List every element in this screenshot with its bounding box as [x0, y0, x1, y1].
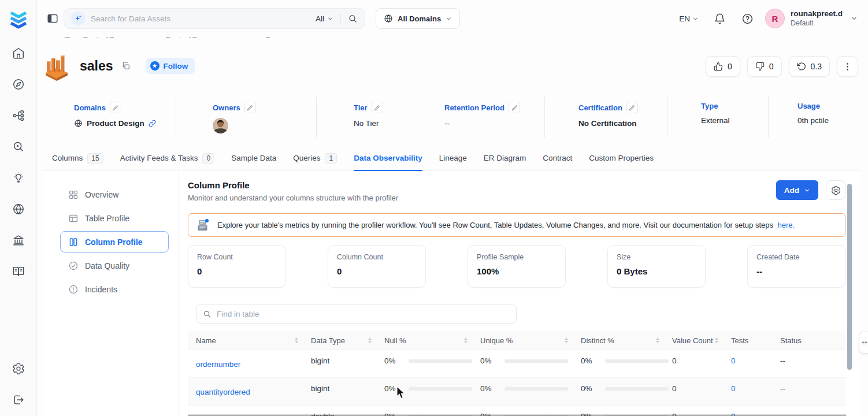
- help-icon[interactable]: [741, 13, 754, 25]
- domains-globe-icon[interactable]: [12, 203, 25, 216]
- retention-value: --: [444, 119, 450, 128]
- search-icon[interactable]: [348, 14, 358, 24]
- all-domains-label: All Domains: [398, 14, 441, 23]
- tab-activity-feeds[interactable]: Activity Feeds & Tasks 0: [120, 146, 214, 170]
- logout-icon[interactable]: [12, 393, 25, 406]
- right-panel-handle[interactable]: [859, 332, 868, 354]
- insights-lightbulb-icon[interactable]: [12, 172, 25, 184]
- all-domains-dropdown[interactable]: All Domains: [376, 8, 460, 29]
- sort-icon[interactable]: [368, 337, 372, 343]
- search-input[interactable]: [91, 14, 316, 23]
- tab-custom-properties[interactable]: Custom Properties: [589, 146, 654, 170]
- follow-button[interactable]: ★ Follow: [146, 58, 195, 74]
- downvote-button[interactable]: 0: [747, 56, 782, 77]
- col-header-value-count[interactable]: Value Count: [672, 336, 731, 345]
- add-button[interactable]: Add: [776, 180, 818, 200]
- search-scope-dropdown[interactable]: All: [316, 14, 341, 23]
- table-icon: [68, 213, 79, 224]
- subnav-table-profile[interactable]: Table Profile: [60, 207, 169, 229]
- notifications-bell-icon[interactable]: [714, 13, 726, 25]
- type-value: External: [701, 116, 730, 125]
- settings-gear-icon[interactable]: [12, 362, 25, 375]
- meta-tier: Tier No Tier: [317, 97, 410, 138]
- tab-contract[interactable]: Contract: [543, 146, 572, 170]
- copy-name-icon[interactable]: [121, 61, 131, 70]
- version-number: 0.3: [811, 62, 822, 71]
- user-avatar[interactable]: R: [765, 9, 785, 28]
- find-in-table-search[interactable]: [196, 304, 517, 324]
- chevron-down-icon: [804, 187, 810, 194]
- user-info[interactable]: rounakpreet.d Default: [791, 9, 843, 28]
- tab-columns[interactable]: Columns 15: [52, 146, 103, 170]
- panel-title: Column Profile: [188, 180, 398, 190]
- check-circle-icon: [68, 261, 79, 271]
- upvote-button[interactable]: 0: [706, 56, 740, 77]
- sort-icon[interactable]: [656, 337, 659, 343]
- home-icon[interactable]: [12, 47, 25, 60]
- cell-tests-link[interactable]: 0: [731, 350, 780, 365]
- edit-tier-icon[interactable]: [372, 102, 383, 113]
- entity-header: sales ★ Follow: [42, 51, 195, 81]
- explore-compass-icon[interactable]: [12, 78, 25, 91]
- cell-unique-pct: 0%: [480, 378, 581, 393]
- version-button[interactable]: 0.3: [789, 56, 830, 77]
- column-name-link[interactable]: quantityordered: [196, 388, 250, 396]
- chevron-down-icon[interactable]: [851, 15, 858, 22]
- cell-distinct-pct: 0%: [581, 350, 672, 365]
- globe-icon: [384, 14, 393, 23]
- ai-sparkle-icon[interactable]: [71, 12, 85, 25]
- cell-null-pct: 0%: [384, 350, 480, 365]
- sort-icon[interactable]: [464, 337, 468, 343]
- documentation-link[interactable]: here.: [778, 221, 795, 229]
- subnav-overview[interactable]: Overview: [60, 184, 169, 205]
- cell-tests-link[interactable]: 0: [731, 378, 780, 393]
- observability-search-eye-icon[interactable]: [12, 140, 25, 153]
- tab-sample-data[interactable]: Sample Data: [231, 146, 276, 170]
- tab-count-badge: 15: [87, 153, 103, 164]
- cell-status: --: [780, 350, 845, 365]
- find-in-table-input[interactable]: [217, 310, 510, 318]
- col-header-distinct-pct[interactable]: Distinct %: [581, 336, 672, 345]
- tab-queries[interactable]: Queries 1: [293, 146, 337, 170]
- col-header-name[interactable]: Name: [196, 336, 311, 345]
- cell-value-count: 0: [672, 378, 731, 393]
- owner-avatar[interactable]: [213, 118, 228, 133]
- sidebar-toggle-icon[interactable]: [46, 12, 59, 25]
- edit-owners-icon[interactable]: [244, 102, 256, 113]
- profiler-settings-button[interactable]: [826, 180, 845, 200]
- subnav-column-profile[interactable]: Column Profile: [60, 231, 169, 252]
- more-options-kebab-icon[interactable]: [837, 56, 858, 77]
- col-header-data-type[interactable]: Data Type: [311, 336, 384, 345]
- language-dropdown[interactable]: EN: [679, 14, 699, 23]
- entity-meta-strip: Domains Product Design Owners Tier No Ti…: [43, 97, 859, 138]
- domains-value[interactable]: Product Design: [87, 119, 144, 128]
- tab-data-observability[interactable]: Data Observability: [354, 146, 422, 170]
- tab-er-diagram[interactable]: ER Diagram: [484, 146, 526, 170]
- governance-bank-icon[interactable]: [12, 234, 25, 247]
- edit-certification-icon[interactable]: [626, 102, 638, 113]
- entity-actions: 0 0 0.3: [706, 56, 858, 77]
- certification-value: No Certification: [578, 119, 637, 128]
- rail-bottom: [12, 362, 25, 406]
- vertical-scrollbar[interactable]: [847, 184, 852, 370]
- tier-value: No Tier: [354, 119, 379, 128]
- app-logo-icon[interactable]: [8, 8, 29, 29]
- col-header-null-pct[interactable]: Null %: [384, 336, 480, 345]
- edit-domains-icon[interactable]: [110, 102, 121, 113]
- sort-icon[interactable]: [565, 337, 568, 343]
- sort-icon[interactable]: [295, 337, 298, 343]
- subnav-data-quality[interactable]: Data Quality: [60, 255, 169, 276]
- edit-retention-icon[interactable]: [509, 102, 520, 113]
- profiler-subnav: Overview Table Profile Column Profile Da…: [43, 171, 179, 416]
- usage-value: 0th pctile: [797, 116, 829, 125]
- unique-progress-bar: [505, 359, 568, 363]
- column-name-link[interactable]: ordernumber: [196, 360, 240, 369]
- sort-icon[interactable]: [715, 337, 718, 343]
- retention-label: Retention Period: [444, 103, 505, 112]
- subnav-incidents[interactable]: Incidents: [60, 278, 169, 300]
- lineage-hierarchy-icon[interactable]: [12, 109, 25, 122]
- tab-lineage[interactable]: Lineage: [439, 146, 467, 170]
- glossary-book-icon[interactable]: [12, 265, 25, 278]
- col-header-unique-pct[interactable]: Unique %: [480, 336, 581, 345]
- global-search[interactable]: All: [64, 8, 365, 29]
